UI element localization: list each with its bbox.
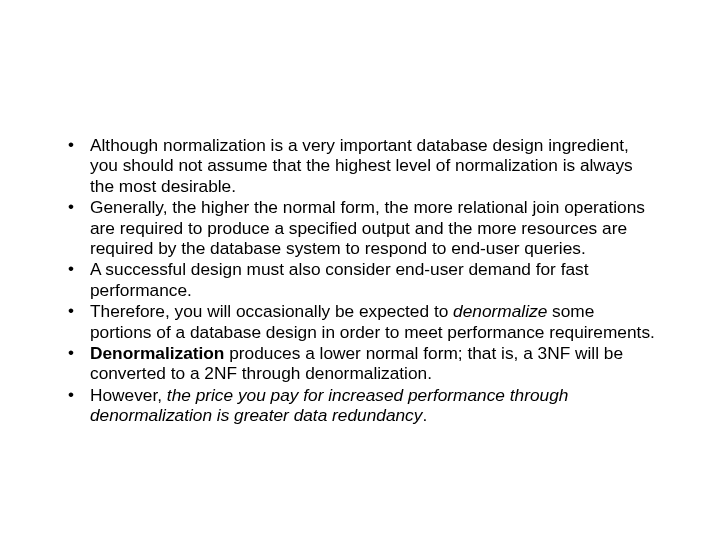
bullet-text-post: . [422, 405, 427, 425]
bullet-text-pre: However, [90, 385, 167, 405]
list-item: Generally, the higher the normal form, t… [60, 197, 660, 258]
list-item: A successful design must also consider e… [60, 259, 660, 300]
list-item: Although normalization is a very importa… [60, 135, 660, 196]
list-item: Therefore, you will occasionally be expe… [60, 301, 660, 342]
bullet-list: Although normalization is a very importa… [60, 135, 660, 426]
bullet-text: A successful design must also consider e… [90, 259, 589, 299]
bullet-text: Generally, the higher the normal form, t… [90, 197, 645, 258]
list-item: However, the price you pay for increased… [60, 385, 660, 426]
bullet-text-italic: denormalize [453, 301, 547, 321]
bullet-text-bold: Denormalization [90, 343, 224, 363]
bullet-text: Although normalization is a very importa… [90, 135, 633, 196]
bullet-text-pre: Therefore, you will occasionally be expe… [90, 301, 453, 321]
list-item: Denormalization produces a lower normal … [60, 343, 660, 384]
slide: Although normalization is a very importa… [0, 0, 720, 540]
